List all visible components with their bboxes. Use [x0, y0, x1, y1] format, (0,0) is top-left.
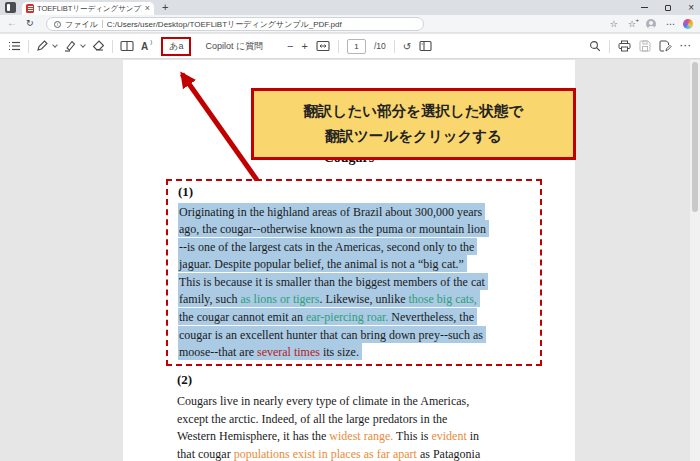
- zoom-in-icon[interactable]: +: [301, 40, 307, 52]
- text-line: Originating in the highland areas of Bra…: [178, 203, 540, 221]
- pdf-file-icon: [26, 4, 34, 13]
- paragraph-2: Cougars live in nearly every type of cli…: [177, 393, 480, 461]
- section-2-label: (2): [177, 372, 192, 388]
- close-window-button[interactable]: ×: [688, 0, 694, 15]
- toolbar-divider: [112, 40, 113, 53]
- zoom-out-icon[interactable]: −: [287, 40, 293, 52]
- refresh-icon[interactable]: ↻: [26, 18, 34, 28]
- toolbar-divider: [394, 40, 395, 53]
- text-line: family, such as lions or tigers. Likewis…: [178, 291, 540, 309]
- page-info-icon[interactable]: i: [54, 21, 61, 28]
- draw-pen-icon[interactable]: [36, 40, 48, 52]
- text-line: ago, the cougar--otherwise known as the …: [178, 221, 540, 239]
- text-line: except the arctic. Indeed, of all the la…: [177, 411, 480, 429]
- toolbar-divider: [338, 40, 339, 53]
- save-as-icon[interactable]: [659, 40, 672, 52]
- tab-strip: TOEFLiBTリーディングサンプル_PDF.p... × + ×: [0, 0, 700, 15]
- callout-line-1: 翻訳したい部分を選択した状態で: [254, 99, 573, 124]
- page-count-label: /10: [374, 41, 386, 51]
- text-line: Western Hemisphere, it has the widest ra…: [177, 428, 480, 446]
- print-icon[interactable]: [618, 40, 631, 52]
- save-icon[interactable]: [639, 40, 651, 52]
- search-icon[interactable]: [589, 40, 601, 52]
- tab-title: TOEFLiBTリーディングサンプル_PDF.p...: [37, 4, 142, 14]
- profile-avatar[interactable]: [646, 19, 656, 29]
- minimize-button[interactable]: [641, 7, 648, 8]
- text-line: cougar is an excellent hunter that can b…: [178, 326, 540, 344]
- paragraph-1: Originating in the highland areas of Bra…: [178, 203, 540, 361]
- url-text: C:/Users/user/Desktop/TOEFLiBTリーディングサンプル…: [107, 19, 342, 30]
- fit-to-width-icon[interactable]: [316, 40, 330, 52]
- text-line: the cougar cannot emit an ear-piercing r…: [178, 309, 540, 327]
- text-line: moose--that are several times its size.: [178, 344, 540, 362]
- window-controls: ×: [641, 0, 694, 15]
- file-protocol-label: ファイル: [65, 19, 98, 30]
- page-number-input[interactable]: [347, 39, 366, 54]
- scrollbar-thumb[interactable]: [692, 62, 698, 212]
- annotation-callout: 翻訳したい部分を選択した状態で 翻訳ツールをクリックする: [251, 88, 576, 160]
- browser-action-icons: ☆ ☆ ⋯: [610, 15, 676, 33]
- ask-copilot-button[interactable]: Copilot に質問: [205, 40, 263, 53]
- copilot-icon[interactable]: [683, 19, 693, 29]
- draw-pen-dropdown-icon[interactable]: [52, 42, 58, 48]
- annotation-dashed-box: (1) Originating in the highland areas of…: [166, 179, 542, 366]
- pdf-toolbar: A あa Copilot に質問 − + /10 ↺: [0, 34, 700, 59]
- maximize-button[interactable]: [665, 5, 671, 11]
- pdf-content-area: Cougars 翻訳したい部分を選択した状態で 翻訳ツールをクリックする (1)…: [0, 60, 700, 461]
- text-line: This is because it is smaller than the b…: [178, 273, 540, 291]
- translate-tool-button[interactable]: あa: [169, 40, 183, 53]
- collections-icon[interactable]: ☆: [628, 19, 636, 29]
- highlighter-icon[interactable]: [64, 40, 76, 52]
- toolbar-divider: [28, 40, 29, 53]
- tab-pdf[interactable]: TOEFLiBTリーディングサンプル_PDF.p... ×: [22, 2, 154, 15]
- text-line: that cougar populations exist in places …: [177, 446, 480, 461]
- toolbar-divider: [609, 40, 610, 53]
- browser-window: TOEFLiBTリーディングサンプル_PDF.p... × + × ← ↻ i …: [0, 0, 700, 461]
- annotation-highlight-box: あa: [161, 37, 191, 56]
- rotate-icon[interactable]: ↺: [403, 41, 411, 52]
- highlighter-dropdown-icon[interactable]: [80, 42, 86, 48]
- text-line: jaguar. Despite popular belief, the anim…: [178, 256, 540, 274]
- two-page-view-icon[interactable]: [120, 40, 134, 52]
- scrollbar-track[interactable]: [690, 60, 700, 461]
- new-tab-button[interactable]: +: [162, 1, 168, 13]
- url-field[interactable]: i ファイル C:/Users/user/Desktop/TOEFLiBTリーデ…: [46, 17, 424, 31]
- callout-line-2: 翻訳ツールをクリックする: [254, 124, 573, 149]
- eraser-icon[interactable]: [92, 40, 105, 52]
- page-layout-icon[interactable]: [419, 40, 432, 52]
- table-of-contents-icon[interactable]: [8, 40, 21, 52]
- read-aloud-icon[interactable]: A: [141, 41, 151, 52]
- url-divider: [102, 20, 103, 28]
- tab-actions-icon[interactable]: [5, 2, 16, 13]
- text-line: --is one of the largest cats in the Amer…: [178, 238, 540, 256]
- section-1-label: (1): [178, 184, 540, 200]
- address-bar: ← ↻ i ファイル C:/Users/user/Desktop/TOEFLiB…: [0, 15, 700, 33]
- browser-menu-icon[interactable]: ⋯: [666, 19, 676, 29]
- text-line: Cougars live in nearly every type of cli…: [177, 393, 480, 411]
- favorite-star-icon[interactable]: ☆: [610, 19, 618, 29]
- tab-close-icon[interactable]: ×: [145, 2, 150, 15]
- back-icon[interactable]: ←: [7, 17, 17, 28]
- toolbar-more-icon[interactable]: ···: [680, 41, 692, 51]
